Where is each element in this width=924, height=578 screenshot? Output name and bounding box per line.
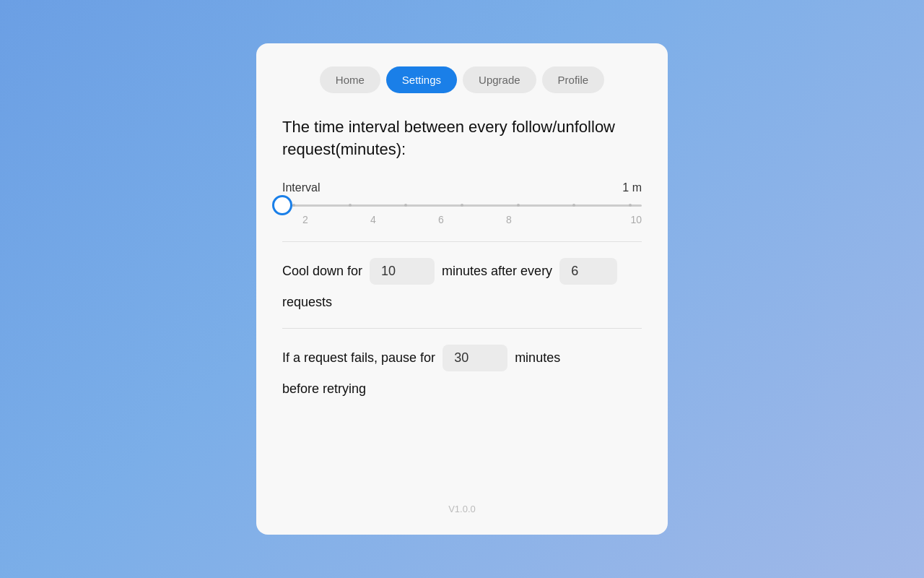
slider-labels: 2 4 6 8 10 <box>282 210 642 225</box>
interval-header: Interval 1 m <box>282 181 642 194</box>
version-text: V1.0.0 <box>282 475 642 514</box>
tab-upgrade[interactable]: Upgrade <box>463 66 536 93</box>
tick-dot-3 <box>404 204 407 207</box>
tab-profile[interactable]: Profile <box>542 66 605 93</box>
fail-prefix: If a request fails, pause for <box>282 348 435 368</box>
tick-dot-2 <box>349 204 352 207</box>
interval-value: 1 m <box>622 181 642 194</box>
interval-label: Interval <box>282 181 320 194</box>
cooldown-minutes-input[interactable] <box>370 258 435 285</box>
slider-track <box>282 204 642 207</box>
slider-label-10: 10 <box>574 214 642 225</box>
fail-suffix: before retrying <box>282 379 366 400</box>
cooldown-middle: minutes after every <box>442 261 552 282</box>
slider-label-2: 2 <box>302 214 370 225</box>
tab-home[interactable]: Home <box>320 66 380 93</box>
fail-section: If a request fails, pause for minutes be… <box>282 345 642 400</box>
tab-settings[interactable]: Settings <box>386 66 457 93</box>
tick-dot-4 <box>461 204 463 207</box>
description-text: The time interval between every follow/u… <box>282 116 642 161</box>
cooldown-suffix: requests <box>282 292 332 313</box>
divider-2 <box>282 328 642 329</box>
settings-card: Home Settings Upgrade Profile The time i… <box>256 43 668 535</box>
tick-dot-6 <box>572 204 575 207</box>
tick-dot-1 <box>292 204 295 207</box>
cooldown-requests-input[interactable] <box>559 258 617 285</box>
interval-section: Interval 1 m 2 4 6 8 <box>282 181 642 225</box>
cooldown-prefix: Cool down for <box>282 261 362 282</box>
fail-minutes-input[interactable] <box>443 345 507 371</box>
cooldown-section: Cool down for minutes after every reques… <box>282 258 642 313</box>
tick-dot-5 <box>517 204 520 207</box>
slider-label-8: 8 <box>506 214 574 225</box>
slider-label-4: 4 <box>370 214 438 225</box>
slider-label-6: 6 <box>438 214 506 225</box>
nav-tabs: Home Settings Upgrade Profile <box>282 66 642 93</box>
tick-dot-7 <box>629 204 632 207</box>
fail-middle: minutes <box>515 348 560 368</box>
divider-1 <box>282 241 642 242</box>
slider-container[interactable] <box>282 204 642 207</box>
